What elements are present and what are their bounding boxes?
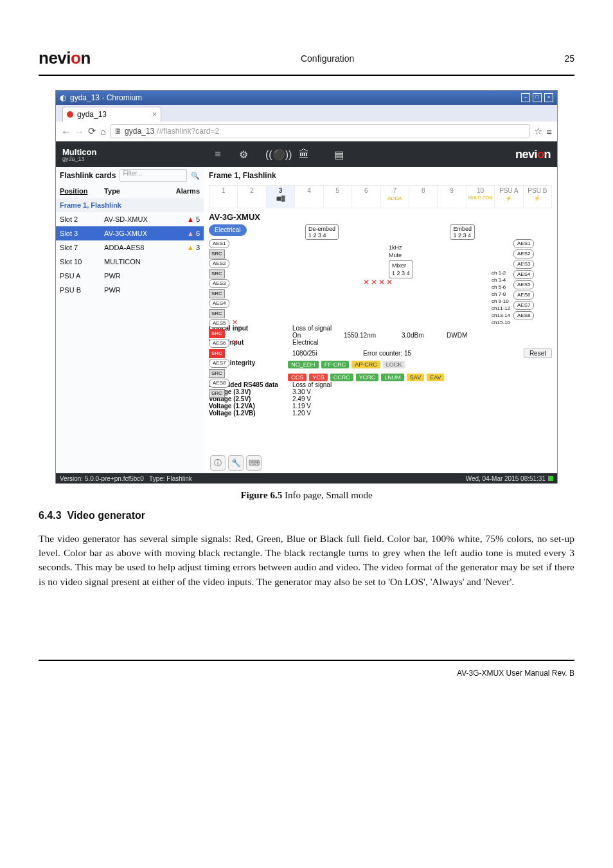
- window-maximize-button[interactable]: □: [533, 93, 542, 102]
- sidebar-row[interactable]: PSU BPWR: [56, 283, 204, 297]
- home-icon[interactable]: ⌂: [100, 126, 106, 137]
- slot-cell[interactable]: PSU B⚡: [524, 186, 551, 208]
- status-led-icon: [548, 476, 553, 481]
- tab-close-icon[interactable]: ×: [152, 110, 157, 119]
- page-icon: 🗎: [114, 127, 122, 136]
- slot-cell[interactable]: 10MULTI CON: [466, 186, 495, 208]
- page-footer: AV-3G-XMUX User Manual Rev. B: [39, 669, 574, 678]
- bookmark-icon[interactable]: ☆: [534, 125, 542, 137]
- broadcast-icon[interactable]: ((⚫)): [265, 149, 291, 161]
- window-title: gyda_13 - Chromium: [70, 93, 142, 102]
- main-panel: Frame 1, Flashlink 1 2 3▦▓ 4 5 6 7ADDA 8…: [204, 167, 557, 473]
- info-icon[interactable]: ⓘ: [210, 455, 226, 471]
- menu-icon[interactable]: ≡: [546, 126, 552, 137]
- sidebar-row[interactable]: Slot 10MULTICON: [56, 255, 204, 269]
- forward-icon[interactable]: →: [75, 126, 84, 137]
- sidebar-title: Flashlink cards: [60, 171, 116, 180]
- search-icon[interactable]: 🔍: [191, 172, 200, 180]
- card-title: AV-3G-XMUX: [209, 212, 552, 222]
- back-icon[interactable]: ←: [61, 126, 71, 137]
- routing-diagram: Electrical AES1 SRC AES2 SRC AES3 SRC AE…: [209, 224, 552, 321]
- browser-tab[interactable]: gyda_13 ×: [62, 107, 161, 122]
- section-heading: 6.4.3 Video generator: [39, 510, 574, 521]
- header-section-title: Configuration: [301, 53, 354, 64]
- list-icon[interactable]: ▤: [326, 149, 351, 161]
- reset-button[interactable]: Reset: [524, 348, 552, 358]
- electrical-pill[interactable]: Electrical: [209, 224, 247, 236]
- slot-cell[interactable]: 1: [209, 186, 238, 208]
- nevion-logo: nevion: [39, 48, 91, 68]
- deembed-box: De-embed1 2 3 4: [305, 224, 339, 240]
- slot-cell[interactable]: 9: [438, 186, 466, 208]
- tab-label: gyda_13: [77, 110, 107, 119]
- slot-cell[interactable]: 8: [409, 186, 438, 208]
- schedule-icon[interactable]: 🏛: [291, 149, 317, 160]
- figure-screenshot: ◐ gyda_13 - Chromium – □ × gyda_13 × ← →…: [55, 90, 558, 484]
- slot-cell[interactable]: 7ADDA: [381, 186, 409, 208]
- gear-icon[interactable]: ⚙: [231, 149, 256, 161]
- sidebar-row[interactable]: Slot 2AV-SD-XMUX ▲ 5: [56, 212, 204, 226]
- slot-cell[interactable]: 4: [295, 186, 323, 208]
- terminal-icon[interactable]: ⌨: [246, 455, 262, 471]
- slot-cell[interactable]: 2: [238, 186, 266, 208]
- slot-cell[interactable]: 5: [324, 186, 352, 208]
- embed-box: Embed1 2 3 4: [450, 224, 475, 240]
- breadcrumb: Frame 1, Flashlink: [209, 171, 552, 183]
- wrench-icon[interactable]: 🔧: [228, 455, 244, 471]
- sidebar-row[interactable]: Slot 3AV-3G-XMUX ▲ 6: [56, 226, 204, 240]
- filter-input[interactable]: Filter...: [120, 169, 187, 182]
- reload-icon[interactable]: ⟳: [88, 125, 96, 137]
- slot-cell[interactable]: 6: [352, 186, 380, 208]
- slot-cell[interactable]: PSU A⚡: [495, 186, 523, 208]
- sidebar-frame-row[interactable]: Frame 1, Flashlink: [56, 198, 204, 212]
- slot-cell[interactable]: 3▦▓: [267, 186, 295, 208]
- app-brand: Multicon gyda_13: [56, 147, 172, 162]
- hamburger-icon[interactable]: ≡: [205, 149, 231, 160]
- header-page-number: 25: [564, 53, 574, 64]
- address-bar[interactable]: 🗎 gyda_13/#flashlink?card=2: [110, 124, 530, 138]
- sidebar: Flashlink cards Filter... 🔍 Position Typ…: [56, 167, 204, 473]
- slot-strip: 1 2 3▦▓ 4 5 6 7ADDA 8 9 10MULTI CON PSU …: [209, 185, 552, 208]
- sidebar-header-row: Position Type Alarms: [56, 184, 204, 198]
- nevion-app-logo: nevion: [515, 148, 557, 161]
- window-close-button[interactable]: ×: [544, 93, 553, 102]
- window-minimize-button[interactable]: –: [521, 93, 530, 102]
- sidebar-row[interactable]: Slot 7ADDA-AES8 ▲ 3: [56, 240, 204, 255]
- body-paragraph: The video generator has several simple s…: [39, 532, 574, 590]
- chromium-icon: ◐: [60, 93, 66, 102]
- favicon-icon: [67, 111, 73, 118]
- sidebar-row[interactable]: PSU APWR: [56, 269, 204, 283]
- figure-caption: Figure 6.5 Info page, Small mode: [39, 490, 574, 501]
